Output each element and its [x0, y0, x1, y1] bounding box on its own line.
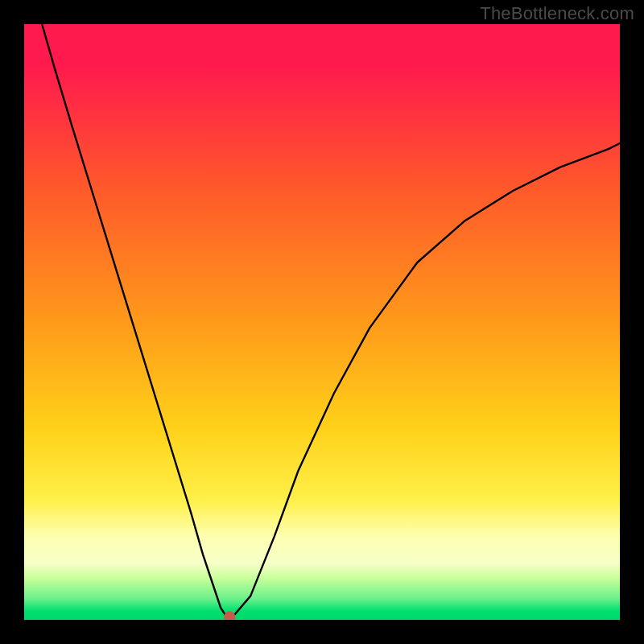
chart-border	[0, 620, 644, 644]
chart-frame: TheBottleneck.com	[0, 0, 644, 644]
chart-background	[24, 24, 620, 620]
watermark-text: TheBottleneck.com	[480, 3, 634, 24]
bottleneck-chart	[0, 0, 644, 644]
chart-border	[620, 0, 644, 644]
chart-border	[0, 0, 24, 644]
